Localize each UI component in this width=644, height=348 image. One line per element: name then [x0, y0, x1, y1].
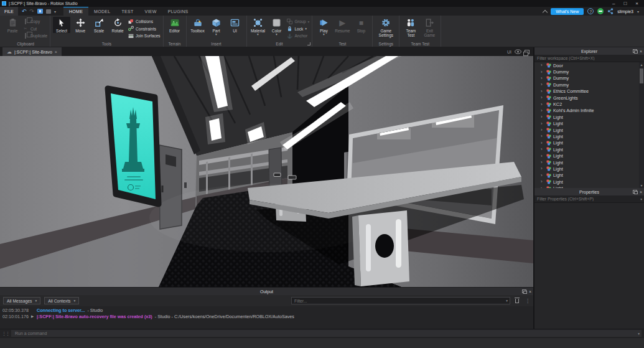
expand-chevron-icon[interactable]: › — [541, 115, 544, 120]
edit-group-expand-icon[interactable] — [307, 42, 310, 45]
part-dropdown-caret-icon[interactable]: ▾ — [215, 33, 217, 35]
explorer-tree-row[interactable]: › Light — [534, 140, 639, 146]
expand-chevron-icon[interactable]: › — [541, 108, 544, 113]
expand-chevron-icon[interactable]: › — [541, 70, 544, 75]
play-dropdown-caret-icon[interactable]: ▾ — [323, 33, 325, 35]
tab-test[interactable]: TEST — [116, 7, 139, 16]
material-dropdown-caret-icon[interactable]: ▾ — [257, 33, 259, 35]
explorer-close-icon[interactable]: × — [640, 49, 642, 54]
document-tab-site-bravo[interactable]: ☁ |:SCPF:| Site-Bravo × — [2, 47, 62, 56]
save-icon[interactable] — [46, 9, 51, 14]
duplicate-button[interactable]: Duplicate — [22, 32, 47, 40]
output-close-icon[interactable]: × — [529, 289, 531, 294]
quick-access-caret-icon[interactable]: ▾ — [54, 9, 56, 14]
expand-chevron-icon[interactable]: › — [541, 173, 544, 178]
insert-part-button[interactable]: Part ▾ — [208, 17, 225, 35]
expand-chevron-icon[interactable]: › — [541, 82, 544, 87]
minimize-button[interactable]: – — [612, 1, 615, 7]
command-input[interactable] — [11, 331, 642, 336]
undo-icon[interactable]: ↶ — [22, 8, 27, 14]
expand-chevron-icon[interactable]: › — [541, 141, 544, 146]
constraints-button[interactable]: Constraints — [128, 26, 160, 33]
clear-output-icon[interactable] — [514, 298, 520, 304]
toolbox-button[interactable]: Toolbox — [189, 17, 207, 33]
explorer-tree-row[interactable]: › Light — [534, 179, 639, 185]
play-button[interactable]: Play ▾ — [315, 17, 332, 35]
properties-filter-input[interactable] — [534, 197, 644, 201]
username-label[interactable]: slimpie3 — [617, 9, 633, 14]
resume-button[interactable]: ▶ Resume — [334, 17, 351, 33]
expand-chevron-icon[interactable]: › — [541, 76, 544, 81]
close-button[interactable]: × — [635, 1, 638, 7]
output-float-icon[interactable] — [522, 289, 526, 293]
output-filter-input[interactable] — [292, 299, 510, 303]
team-test-button[interactable]: Team Test — [402, 17, 419, 37]
user-menu-caret-icon[interactable]: ▾ — [637, 9, 639, 14]
explorer-float-icon[interactable] — [633, 49, 637, 53]
collisions-button[interactable]: Collisions — [128, 18, 160, 26]
explorer-scrollbar[interactable]: ▲ ▼ — [639, 62, 644, 188]
expand-chevron-icon[interactable]: › — [541, 154, 544, 159]
lock-button[interactable]: Lock ▾ — [287, 26, 310, 33]
explorer-tree-row[interactable]: › Light — [534, 114, 639, 120]
color-dropdown-caret-icon[interactable]: ▾ — [276, 33, 278, 35]
explorer-tree-row[interactable]: › Dummy — [534, 68, 639, 75]
join-surfaces-button[interactable]: Join Surfaces — [128, 32, 160, 40]
share-icon[interactable] — [607, 8, 614, 14]
tab-view[interactable]: VIEW — [139, 7, 162, 16]
game-settings-button[interactable]: Game Settings — [375, 17, 396, 37]
group-button[interactable]: Group ▾ — [287, 18, 310, 26]
select-tool-button[interactable]: Select — [53, 17, 70, 33]
exit-game-button[interactable]: Exit Game — [421, 17, 438, 37]
float-window-icon[interactable] — [525, 50, 530, 54]
explorer-tree-row[interactable]: › Light — [534, 127, 639, 133]
expand-chevron-icon[interactable]: › — [541, 102, 544, 107]
whats-new-button[interactable]: What's New — [551, 8, 584, 15]
terrain-editor-button[interactable]: Editor — [166, 17, 184, 33]
expand-chevron-icon[interactable]: › — [541, 166, 544, 171]
lock-dropdown-caret-icon[interactable]: ▾ — [305, 27, 307, 30]
properties-close-icon[interactable]: × — [640, 190, 642, 194]
stop-button[interactable]: ■ Stop — [352, 17, 370, 33]
insert-ui-button[interactable]: UI — [226, 17, 244, 33]
expand-chevron-icon[interactable]: › — [541, 128, 544, 133]
properties-float-icon[interactable] — [633, 190, 637, 194]
properties-filter-caret-icon[interactable]: ▾ — [640, 197, 642, 201]
tab-plugins[interactable]: PLUGINS — [162, 7, 194, 16]
move-tool-button[interactable]: Move — [72, 17, 89, 33]
rotate-tool-button[interactable]: Rotate — [109, 17, 126, 33]
scroll-down-icon[interactable]: ▼ — [640, 184, 643, 187]
expand-chevron-icon[interactable]: › — [541, 134, 544, 139]
command-history-caret-icon[interactable]: ▾ — [638, 332, 640, 336]
output-menu-icon[interactable]: ⋮ — [525, 298, 530, 304]
scrollbar-thumb[interactable] — [640, 68, 643, 83]
explorer-tree-row[interactable]: › Light — [534, 153, 639, 159]
output-filter-caret-icon[interactable]: ▾ — [506, 299, 508, 303]
eye-icon[interactable] — [515, 49, 521, 54]
message-expand-icon[interactable]: ▶ — [31, 314, 34, 318]
redo-icon[interactable]: ↷ — [29, 8, 34, 14]
viewport-3d[interactable] — [0, 56, 533, 287]
messages-filter-dropdown[interactable]: All Messages ▾ — [3, 297, 40, 304]
material-button[interactable]: Material ▾ — [250, 17, 267, 35]
maximize-button[interactable]: □ — [623, 1, 627, 7]
file-menu-button[interactable]: FILE — [0, 7, 18, 16]
copy-button[interactable]: Copy — [22, 18, 47, 26]
scale-tool-button[interactable]: Scale — [90, 17, 108, 33]
output-message-row[interactable]: 02:05:30.378 Connecting to server... - S… — [2, 308, 533, 314]
publish-icon[interactable] — [37, 9, 43, 14]
color-button[interactable]: Color ▾ — [268, 17, 286, 35]
explorer-tree-row[interactable]: › Light — [534, 121, 639, 127]
output-message-row[interactable]: 02:10:01.176 ▶ |:SCPF:| Site-Bravo auto-… — [2, 314, 533, 320]
explorer-tree-row[interactable]: › Light — [534, 159, 639, 166]
document-tab-close-icon[interactable]: × — [55, 50, 57, 54]
explorer-tree-row[interactable]: › KC2 — [534, 101, 639, 107]
scroll-up-icon[interactable]: ▲ — [640, 63, 643, 67]
explorer-tree-row[interactable]: › Ethics Committee — [534, 88, 639, 95]
explorer-tree-row[interactable]: › Kohl's Admin Infinite — [534, 108, 639, 114]
expand-chevron-icon[interactable]: › — [541, 63, 544, 68]
explorer-tree-row[interactable]: › Light — [534, 133, 639, 139]
anchor-button[interactable]: ⚓ Anchor — [287, 32, 310, 40]
command-bar-drag-handle[interactable]: ⋮⋮ — [0, 331, 11, 336]
expand-chevron-icon[interactable]: › — [541, 89, 544, 94]
